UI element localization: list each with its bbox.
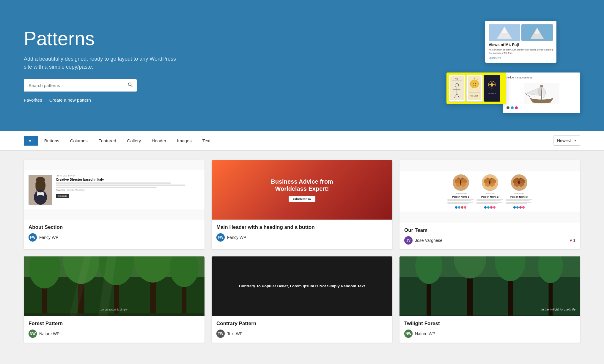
search-input[interactable] <box>24 79 124 92</box>
team-desc-3 <box>506 199 532 205</box>
svg-point-52 <box>458 177 459 178</box>
pattern-title-main-header: Main Header with a heading and a button <box>216 224 388 230</box>
hero-illustration: Views of Mt. Fuji An exhibition of early… <box>446 18 580 113</box>
svg-point-43 <box>34 190 47 205</box>
svg-point-62 <box>487 177 488 178</box>
team-social-2 <box>484 206 496 209</box>
team-avatar-3 <box>511 174 527 191</box>
twilight-text: In the twilight for one's life <box>541 308 575 311</box>
contrary-text: Contrary To Popular Belief, Lorem Ipsum … <box>239 283 365 289</box>
team-member-1: CEO / Founder Person Name 1 <box>447 174 474 209</box>
pattern-title-about: About Section <box>29 224 200 230</box>
butterfly-2 <box>482 174 498 191</box>
team-desc-2 <box>476 199 503 205</box>
pattern-card-main-header[interactable]: Business Advice fromWorldclass Expert! S… <box>212 160 392 249</box>
pattern-author-main-header: FW Fancy WP <box>216 233 388 242</box>
fuji-card-title: Views of Mt. Fuji <box>489 42 553 47</box>
follow-text: Follow my adventures <box>507 76 577 79</box>
svg-point-53 <box>462 177 463 178</box>
team-avatar-2 <box>482 174 498 191</box>
filter-tab-gallery[interactable]: Gallery <box>122 136 146 146</box>
svg-point-72 <box>516 177 517 178</box>
svg-point-63 <box>491 177 492 178</box>
mountain-img2 <box>528 25 546 40</box>
team-name-1: Person Name 1 <box>452 196 469 198</box>
hero-card-tarot: VIII <box>446 73 506 104</box>
tarot-img-1: VIII <box>450 76 464 100</box>
filter-tab-header[interactable]: Header <box>147 136 171 146</box>
team-avatar-1 <box>453 174 469 191</box>
pattern-author-about: FW Fancy WP <box>29 233 200 242</box>
filter-tab-buttons[interactable]: Buttons <box>40 136 64 146</box>
search-button[interactable] <box>124 79 137 92</box>
hero-section: Patterns Add a beautifully designed, rea… <box>0 0 604 131</box>
pattern-card-twilight[interactable]: In the twilight for one's life Twilight … <box>399 256 580 343</box>
pattern-card-contrary[interactable]: Contrary To Popular Belief, Lorem Ipsum … <box>212 256 392 343</box>
author-name-about: Fancy WP <box>39 235 59 240</box>
about-portrait <box>29 175 52 205</box>
filter-tab-featured[interactable]: Featured <box>94 136 121 146</box>
mh-title: Business Advice fromWorldclass Expert! <box>271 178 333 192</box>
about-preview: I'M FANCY TRACY Creative Director based … <box>24 160 205 220</box>
about-name: Creative Director based in Italy <box>56 178 200 181</box>
main-header-preview: Business Advice fromWorldclass Expert! S… <box>212 160 392 220</box>
twilight-preview: In the twilight for one's life <box>399 256 580 316</box>
author-avatar-twilight: NW <box>404 330 413 338</box>
favorites-link[interactable]: Favorites <box>24 97 42 103</box>
pattern-title-forest: Forest Pattern <box>29 321 200 327</box>
filter-bar: All Buttons Columns Featured Gallery Hea… <box>0 131 604 151</box>
pattern-info-contrary: Contrary Pattern TW Text WP <box>212 316 392 343</box>
filter-tab-columns[interactable]: Columns <box>65 136 92 146</box>
author-name-forest: Nature WP <box>39 331 59 336</box>
filter-tab-text[interactable]: Text <box>198 136 216 146</box>
about-label: I'M FANCY TRACY <box>56 175 200 177</box>
about-text-block: I'M FANCY TRACY Creative Director based … <box>56 175 200 198</box>
tarot-img-3: THE MOON <box>485 76 499 100</box>
svg-point-69 <box>518 180 520 185</box>
svg-rect-97 <box>399 316 580 316</box>
pattern-author-twilight: NW Nature WP <box>404 330 575 338</box>
search-bar <box>24 79 137 92</box>
filter-tab-all[interactable]: All <box>24 136 38 146</box>
sort-select[interactable]: Newest Oldest Popular <box>553 135 580 146</box>
boat-container <box>507 81 577 106</box>
team-title-3: Co-Founder <box>514 193 524 194</box>
like-count-team: ♥ 1 <box>570 238 575 243</box>
tarot-3: THE MOON <box>484 75 500 102</box>
create-pattern-link[interactable]: Create a new pattern <box>49 97 91 103</box>
author-avatar-team: JV <box>404 236 413 245</box>
author-name-contrary: Text WP <box>227 331 243 336</box>
social-icons <box>507 106 577 109</box>
svg-point-23 <box>475 83 476 84</box>
pattern-card-our-team[interactable]: CEO / Founder Person Name 1 <box>399 160 580 249</box>
search-icon <box>128 82 133 87</box>
pattern-card-forest[interactable]: Lorem Ipsum is simply Forest Pattern NW … <box>24 256 205 343</box>
about-cats: Copywriting / Marketing / Consulting <box>56 189 200 191</box>
forest-preview: Lorem Ipsum is simply <box>24 256 205 316</box>
forest-text: Lorem Ipsum is simply <box>101 308 128 311</box>
svg-text:THE MOON: THE MOON <box>488 93 496 94</box>
author-name-main-header: Fancy WP <box>227 235 246 240</box>
butterfly-3 <box>511 174 527 191</box>
pattern-info-twilight: Twilight Forest NW Nature WP <box>399 316 580 343</box>
pattern-title-contrary: Contrary Pattern <box>216 321 388 327</box>
team-social-1 <box>455 206 466 209</box>
svg-text:VIII: VIII <box>455 78 459 80</box>
butterfly-1 <box>453 174 469 191</box>
team-title-1: CEO / Founder <box>455 193 467 194</box>
about-btn: Schedule <box>56 194 69 198</box>
tarot-2: THE MOON <box>466 75 483 102</box>
pattern-card-about[interactable]: I'M FANCY TRACY Creative Director based … <box>24 160 205 249</box>
svg-line-1 <box>131 86 133 87</box>
filter-tabs: All Buttons Columns Featured Gallery Hea… <box>24 136 215 146</box>
hero-title: Patterns <box>24 28 178 49</box>
mh-btn: Schedule Now <box>289 196 315 202</box>
fuji-card-link: Learn More → <box>489 56 553 59</box>
svg-point-49 <box>460 180 461 185</box>
pattern-author-forest: NW Nature WP <box>29 330 200 338</box>
filter-tab-images[interactable]: Images <box>172 136 196 146</box>
hero-card-fuji: Views of Mt. Fuji An exhibition of early… <box>485 21 556 63</box>
twilight-svg <box>399 256 580 316</box>
content-area: I'M FANCY TRACY Creative Director based … <box>0 151 604 352</box>
forest-svg <box>24 256 205 316</box>
